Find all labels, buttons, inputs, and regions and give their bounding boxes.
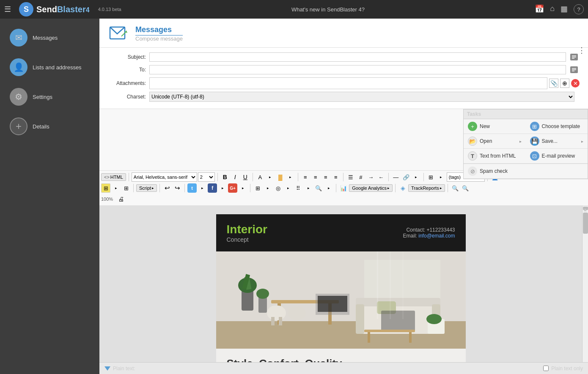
status-bar-left: Plain text: xyxy=(104,366,135,371)
editor-scrollbar[interactable]: ▲ xyxy=(582,206,588,362)
print-btn[interactable]: 🖨 xyxy=(116,194,126,204)
whats-new-label[interactable]: What's new in SendBlaster 4? xyxy=(126,6,530,13)
chart2-btn[interactable]: 📊 xyxy=(339,183,348,193)
redo-btn[interactable]: ↪ xyxy=(173,183,182,193)
twitter-btn[interactable]: t xyxy=(187,183,197,193)
home-icon[interactable]: ⌂ xyxy=(550,4,555,14)
attach-extra-btn[interactable]: ⊕ xyxy=(560,79,569,88)
template-btn[interactable]: ⊞ xyxy=(101,183,110,193)
link-btn[interactable]: 🔗 xyxy=(401,172,411,182)
toolbar-sep-15 xyxy=(448,184,448,192)
google-analytics-btn[interactable]: Google Analytics ▸ xyxy=(349,184,393,192)
editor-scroll[interactable]: Interior Concept Contact: +112233443 Ema… xyxy=(99,206,582,362)
svg-rect-36 xyxy=(364,330,415,332)
task-email-preview-btn[interactable]: ⊡ E-mail preview xyxy=(526,149,588,164)
attach-file-btn[interactable]: 📎 xyxy=(549,79,558,88)
align-right-btn[interactable]: ≡ xyxy=(321,172,330,182)
align-center-btn[interactable]: ≡ xyxy=(311,172,320,182)
task-new-btn[interactable]: + New xyxy=(464,119,526,134)
plain-text-only-label: Plain text only xyxy=(551,366,583,371)
target-btn[interactable]: ◎ xyxy=(273,183,283,193)
choose-template-label: Choose template xyxy=(542,123,580,129)
to-input[interactable] xyxy=(149,65,566,74)
zoom-out-btn[interactable]: 🔍 xyxy=(451,183,460,193)
task-open-btn[interactable]: 📂 Open ▸ xyxy=(464,134,526,149)
gplus-arrow[interactable]: ▸ xyxy=(238,183,247,193)
charset-select[interactable]: Unicode (UTF-8) (utf-8) xyxy=(149,92,574,102)
html-btn[interactable]: <> HTML xyxy=(101,173,126,181)
film-icon[interactable]: ▦ xyxy=(561,4,568,14)
script-label: Script xyxy=(139,186,151,191)
align-justify-btn[interactable]: ≡ xyxy=(331,172,341,182)
target-arrow[interactable]: ▸ xyxy=(283,183,293,193)
attachments-input[interactable] xyxy=(149,77,547,89)
scrollbar-up[interactable]: ▲ xyxy=(583,207,588,210)
search-btn[interactable]: 🔍 xyxy=(314,183,323,193)
track-icon-btn[interactable]: ◈ xyxy=(398,183,407,193)
highlight-arrow[interactable]: ▸ xyxy=(286,172,295,182)
template-arrow[interactable]: ▸ xyxy=(111,183,121,193)
highlight-btn[interactable]: ▓ xyxy=(276,172,285,182)
chart-btn[interactable]: ▸ xyxy=(263,183,272,193)
email-preview-label: E-mail preview xyxy=(542,153,575,159)
hamburger-menu[interactable]: ☰ xyxy=(4,5,11,14)
dots-btn[interactable]: ⠿ xyxy=(294,183,303,193)
tr-label: TrackReports xyxy=(411,186,439,191)
task-save-btn[interactable]: 💾 Save... ▸ xyxy=(526,134,588,149)
dots-menu-btn[interactable]: ⋮ xyxy=(575,44,588,57)
sidebar-item-lists[interactable]: 👤 Lists and addresses xyxy=(3,53,96,81)
email-addr-link[interactable]: info@email.com xyxy=(418,233,455,239)
link-arrow[interactable]: ▸ xyxy=(412,172,421,182)
align-left-btn[interactable]: ≡ xyxy=(301,172,310,182)
sidebar-item-details[interactable]: + Details xyxy=(3,112,96,140)
size-select[interactable]: 2 xyxy=(198,172,215,182)
ga-label: Google Analytics xyxy=(352,186,387,191)
scrollbar-thumb[interactable] xyxy=(583,213,588,234)
twitter-arrow[interactable]: ▸ xyxy=(198,183,207,193)
font-select[interactable]: Arial, Helvetica, sans-serif xyxy=(132,172,197,182)
search-arrow[interactable]: ▸ xyxy=(324,183,333,193)
calendar-icon[interactable]: 📅 xyxy=(535,4,544,14)
table-btn[interactable]: ⊞ xyxy=(121,183,131,193)
toolbar-sep-9 xyxy=(133,184,134,192)
ol-btn[interactable]: # xyxy=(356,172,365,182)
dots-arrow[interactable]: ▸ xyxy=(304,183,313,193)
hr-btn[interactable]: — xyxy=(391,172,401,182)
facebook-arrow[interactable]: ▸ xyxy=(218,183,227,193)
svg-rect-43 xyxy=(377,251,378,319)
facebook-btn[interactable]: f xyxy=(208,183,217,193)
italic-btn[interactable]: I xyxy=(231,172,240,182)
top-bar-actions: 📅 ⌂ ▦ ? xyxy=(535,4,584,14)
charset-row: Charset: Unicode (UTF-8) (utf-8) xyxy=(108,92,580,102)
plain-text-only-checkbox[interactable] xyxy=(543,366,549,371)
task-spam-check-btn[interactable]: ⊘ Spam check xyxy=(464,164,588,179)
font-color-arrow[interactable]: ▸ xyxy=(266,172,275,182)
font-color-btn[interactable]: A xyxy=(256,172,265,182)
email-body: Style, Confort, Quality Subtitle here Lo… xyxy=(216,349,466,362)
outdent-btn[interactable]: ← xyxy=(376,172,386,182)
svg-rect-35 xyxy=(381,311,415,332)
svg-rect-32 xyxy=(356,304,364,334)
task-choose-template-btn[interactable]: ⊞ Choose template xyxy=(526,119,588,134)
svg-rect-28 xyxy=(279,317,282,325)
attach-remove-btn[interactable]: ✕ xyxy=(571,79,580,87)
subject-input[interactable] xyxy=(149,52,566,62)
open-icon: 📂 xyxy=(468,136,477,146)
undo-btn[interactable]: ↩ xyxy=(162,183,172,193)
source-btn[interactable]: ⊞ xyxy=(426,172,436,182)
sidebar-item-settings[interactable]: ⚙ Settings xyxy=(3,83,96,111)
track-reports-btn[interactable]: TrackReports ▸ xyxy=(408,184,445,192)
sidebar-item-messages[interactable]: ✉ Messages xyxy=(3,24,96,52)
grid-btn[interactable]: ⊞ xyxy=(253,183,262,193)
bold-btn[interactable]: B xyxy=(220,172,230,182)
script-btn[interactable]: Script ▸ xyxy=(136,184,157,192)
zoom-in-btn[interactable]: 🔍 xyxy=(461,183,470,193)
underline-btn[interactable]: U xyxy=(241,172,250,182)
task-text-from-html-btn[interactable]: T Text from HTML xyxy=(464,149,526,164)
source-arrow[interactable]: ▸ xyxy=(437,172,446,182)
indent-btn[interactable]: → xyxy=(366,172,376,182)
help-icon[interactable]: ? xyxy=(574,4,584,14)
list-btn[interactable]: ☰ xyxy=(346,172,355,182)
email-room-image xyxy=(216,251,466,349)
gplus-btn[interactable]: G+ xyxy=(228,183,237,193)
